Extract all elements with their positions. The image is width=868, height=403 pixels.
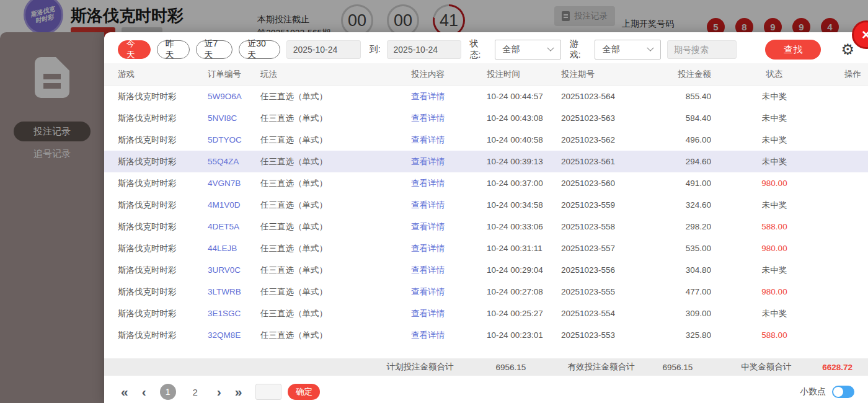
- gear-icon[interactable]: ⚙: [841, 42, 854, 57]
- cell-time: 10-24 00:23:01: [487, 330, 561, 340]
- cell-order-link[interactable]: 3LTWRB: [208, 287, 260, 296]
- column-header: 投注期号: [561, 69, 657, 80]
- cell-amount: 855.40: [657, 92, 711, 101]
- cell-game: 斯洛伐克时时彩: [118, 178, 208, 189]
- game-filter-label: 游戏:: [570, 38, 588, 61]
- cell-order-link[interactable]: 5DTYOC: [208, 135, 260, 144]
- cell-order-link[interactable]: 44LEJB: [208, 244, 260, 253]
- view-detail-link[interactable]: 查看详情: [406, 265, 487, 276]
- cell-order-link[interactable]: 4M1V0D: [208, 200, 260, 210]
- cell-play: 任三直选（单式）: [260, 200, 406, 211]
- quick-filter-近30天[interactable]: 近30天: [239, 40, 280, 59]
- cell-issue: 20251023-561: [561, 157, 657, 166]
- cell-order-link[interactable]: 32QM8E: [208, 330, 260, 340]
- cell-order-link[interactable]: 5W9O6A: [208, 92, 260, 101]
- first-page-icon[interactable]: «: [121, 384, 128, 399]
- cell-game: 斯洛伐克时时彩: [118, 156, 208, 167]
- view-detail-link[interactable]: 查看详情: [406, 135, 487, 146]
- cell-order-link[interactable]: 3URV0C: [208, 265, 260, 275]
- cell-issue: 20251023-554: [561, 309, 657, 318]
- table-row: 斯洛伐克时时彩32QM8E任三直选（单式）查看详情10-24 00:23:012…: [104, 324, 868, 346]
- decimal-toggle[interactable]: [832, 386, 854, 398]
- valid-total-label: 有效投注金额合计: [567, 361, 634, 373]
- column-header: 订单编号: [208, 69, 260, 80]
- cell-amount: 324.60: [657, 200, 711, 210]
- cell-issue: 20251023-564: [561, 92, 657, 101]
- status-select-value: 全部: [503, 44, 520, 55]
- table-row: 斯洛伐克时时彩4M1V0D任三直选（单式）查看详情10-24 00:34:582…: [104, 194, 868, 216]
- view-detail-link[interactable]: 查看详情: [406, 286, 487, 298]
- table-row: 斯洛伐克时时彩3LTWRB任三直选（单式）查看详情10-24 00:27:082…: [104, 281, 868, 303]
- column-header: 操作: [838, 69, 868, 80]
- cell-order-link[interactable]: 55Q4ZA: [208, 157, 260, 166]
- confirm-button[interactable]: 确定: [288, 384, 320, 400]
- cell-status: 980.00: [711, 287, 838, 296]
- cell-order-link[interactable]: 4VGN7B: [208, 179, 260, 188]
- cell-game: 斯洛伐克时时彩: [118, 286, 208, 298]
- status-select[interactable]: 全部: [495, 40, 561, 60]
- cell-order-link[interactable]: 3E1SGC: [208, 309, 260, 318]
- to-label: 到:: [370, 44, 381, 55]
- cell-issue: 20251023-560: [561, 179, 657, 188]
- cell-game: 斯洛伐克时时彩: [118, 221, 208, 232]
- table-row: 斯洛伐克时时彩5DTYOC任三直选（单式）查看详情10-24 00:40:582…: [104, 129, 868, 151]
- cell-status: 588.00: [711, 222, 838, 231]
- quick-date-filters: 今天昨天近7天近30天: [118, 40, 280, 59]
- quick-filter-今天[interactable]: 今天: [118, 40, 151, 59]
- cell-play: 任三直选（单式）: [260, 91, 406, 102]
- cell-issue: 20251023-556: [561, 265, 657, 275]
- page-jump-input[interactable]: [255, 384, 281, 400]
- cell-time: 10-24 00:43:08: [487, 113, 561, 123]
- column-header: 玩法: [260, 69, 406, 80]
- cell-amount: 477.00: [657, 287, 711, 296]
- cell-issue: 20251023-562: [561, 135, 657, 144]
- game-select[interactable]: 全部: [595, 40, 661, 60]
- cell-play: 任三直选（单式）: [260, 221, 406, 232]
- search-button[interactable]: 查找: [765, 40, 822, 60]
- page-number-1[interactable]: 1: [160, 384, 176, 400]
- plan-total-label: 计划投注金额合计: [387, 361, 454, 373]
- next-page-icon[interactable]: ›: [217, 384, 221, 399]
- cell-play: 任三直选（单式）: [260, 330, 406, 341]
- cell-status: 未中奖: [711, 156, 838, 167]
- column-header: 投注时间: [487, 69, 561, 80]
- cell-play: 任三直选（单式）: [260, 178, 406, 189]
- game-select-value: 全部: [603, 44, 620, 55]
- view-detail-link[interactable]: 查看详情: [406, 200, 487, 211]
- cell-amount: 304.80: [657, 265, 711, 275]
- view-detail-link[interactable]: 查看详情: [406, 221, 487, 232]
- issue-search-input[interactable]: [667, 40, 737, 59]
- win-total-value: 6628.72: [822, 363, 852, 372]
- cell-time: 10-24 00:39:13: [487, 157, 561, 166]
- cell-amount: 535.00: [657, 244, 711, 253]
- cell-issue: 20251023-559: [561, 200, 657, 210]
- cell-play: 任三直选（单式）: [260, 135, 406, 146]
- cell-time: 10-24 00:31:11: [487, 244, 561, 253]
- quick-filter-昨天[interactable]: 昨天: [157, 40, 190, 59]
- cell-time: 10-24 00:40:58: [487, 135, 561, 144]
- cell-amount: 584.40: [657, 113, 711, 123]
- view-detail-link[interactable]: 查看详情: [406, 178, 487, 189]
- cell-issue: 20251023-553: [561, 330, 657, 340]
- table-header-row: 游戏订单编号玩法投注内容投注时间投注期号投注金额状态操作: [104, 63, 868, 86]
- view-detail-link[interactable]: 查看详情: [406, 308, 487, 319]
- last-page-icon[interactable]: »: [235, 384, 242, 399]
- view-detail-link[interactable]: 查看详情: [406, 330, 487, 341]
- date-from-input[interactable]: [286, 40, 361, 59]
- cell-order-link[interactable]: 5NVI8C: [208, 113, 260, 123]
- view-detail-link[interactable]: 查看详情: [406, 113, 487, 124]
- page-number-2[interactable]: 2: [187, 384, 203, 400]
- view-detail-link[interactable]: 查看详情: [406, 243, 487, 254]
- cell-play: 任三直选（单式）: [260, 156, 406, 167]
- cell-game: 斯洛伐克时时彩: [118, 91, 208, 102]
- cell-status: 980.00: [711, 179, 838, 188]
- view-detail-link[interactable]: 查看详情: [406, 156, 487, 167]
- quick-filter-近7天[interactable]: 近7天: [196, 40, 233, 59]
- date-to-input[interactable]: [387, 40, 461, 59]
- cell-time: 10-24 00:44:57: [487, 92, 561, 101]
- summary-bar: 计划投注金额合计 6956.15 有效投注金额合计 6956.15 中奖金额合计…: [104, 358, 868, 376]
- prev-page-icon[interactable]: ‹: [142, 384, 146, 399]
- cell-order-link[interactable]: 4DET5A: [208, 222, 260, 231]
- view-detail-link[interactable]: 查看详情: [406, 91, 487, 102]
- pagination-bar: « ‹ 12 › » 确定 小数点: [104, 378, 868, 403]
